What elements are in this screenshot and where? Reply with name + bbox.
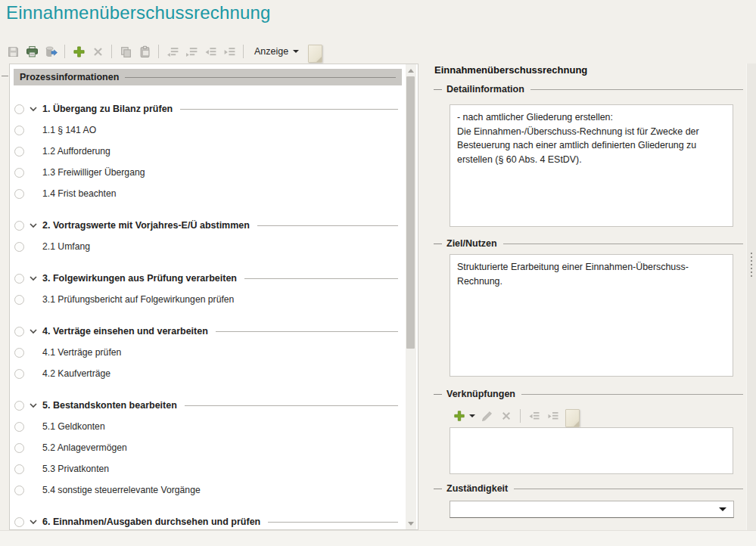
- tree-group-6[interactable]: 6. Einnahmen/Ausgaben durchsehen und prü…: [10, 511, 404, 529]
- radio-button[interactable]: [14, 327, 24, 337]
- page-title: Einnahmenüberschussrechnung: [6, 2, 271, 23]
- tree-group-4[interactable]: 4. Verträge einsehen und verarbeiten: [10, 321, 404, 342]
- tree-item-1-3[interactable]: 1.3 Freiwilliger Übergang: [10, 162, 404, 183]
- note-icon[interactable]: [565, 409, 580, 427]
- tree-group-label: 1. Übergang zu Bilanz prüfen: [42, 104, 173, 114]
- chevron-down-icon[interactable]: [29, 327, 38, 336]
- toolbar-separator: [520, 409, 521, 423]
- print-icon[interactable]: [23, 42, 40, 60]
- tree-item-label: 5.2 Anlagevermögen: [42, 442, 127, 453]
- tree-item-5-1[interactable]: 5.1 Geldkonten: [10, 416, 404, 437]
- scrollbar-thumb[interactable]: [406, 76, 415, 349]
- panel-splitter[interactable]: [746, 64, 756, 546]
- tree-item-4-2[interactable]: 4.2 Kaufverträge: [10, 363, 404, 384]
- chevron-down-icon[interactable]: [29, 401, 38, 410]
- radio-button[interactable]: [14, 422, 24, 432]
- add-icon[interactable]: [70, 42, 87, 60]
- group-rule-line: [244, 278, 398, 279]
- tree-group-1[interactable]: 1. Übergang zu Bilanz prüfen: [10, 98, 404, 119]
- radio-button[interactable]: [14, 221, 24, 231]
- radio-button[interactable]: [14, 295, 24, 305]
- zustaendigkeit-select[interactable]: [450, 501, 734, 518]
- chevron-down-icon[interactable]: [29, 104, 38, 113]
- copy-icon[interactable]: [117, 42, 134, 60]
- delete-icon[interactable]: [89, 42, 106, 60]
- toolbar-separator: [243, 45, 244, 58]
- tree-item-2-1[interactable]: 2.1 Umfang: [10, 236, 404, 257]
- zustaendigkeit-label: Zuständigkeit: [446, 483, 508, 494]
- radio-button[interactable]: [14, 401, 24, 411]
- toolbar-separator: [64, 45, 65, 58]
- ziel-nutzen-textbox[interactable]: Strukturierte Erarbeitung einer Einnahme…: [450, 254, 733, 377]
- paste-icon[interactable]: [136, 42, 153, 60]
- indent-right-icon[interactable]: [221, 42, 238, 60]
- tree-item-1-2[interactable]: 1.2 Aufforderung: [10, 141, 404, 162]
- tree-item-5-4[interactable]: 5.4 sonstige steuerrelevante Vorgänge: [10, 479, 404, 501]
- radio-button[interactable]: [14, 369, 24, 379]
- edit-icon[interactable]: [479, 407, 496, 425]
- radio-button[interactable]: [14, 104, 24, 114]
- group-rule-line: [257, 225, 398, 226]
- verknuepfungen-toolbar: [451, 405, 580, 427]
- radio-button[interactable]: [14, 147, 24, 157]
- radio-button[interactable]: [14, 443, 24, 453]
- anzeige-dropdown-button[interactable]: Anzeige: [249, 42, 304, 60]
- radio-button[interactable]: [14, 464, 24, 474]
- chevron-down-icon: [719, 507, 726, 511]
- main-toolbar: Anzeige: [5, 41, 322, 62]
- radio-button[interactable]: [14, 242, 24, 252]
- tree-item-label: 5.4 sonstige steuerrelevante Vorgänge: [42, 485, 201, 495]
- chevron-down-icon[interactable]: [29, 274, 38, 283]
- tree-item-5-2[interactable]: 5.2 Anlagevermögen: [10, 437, 404, 458]
- tree-item-label: 1.3 Freiwilliger Übergang: [42, 167, 145, 178]
- detailinformation-textbox[interactable]: - nach amtlicher Gliederung erstellen: D…: [450, 104, 733, 227]
- tree-item-label: 1.4 Frist beachten: [42, 188, 117, 199]
- tree-item-1-4[interactable]: 1.4 Frist beachten: [10, 183, 404, 204]
- radio-button[interactable]: [14, 168, 24, 178]
- tree-item-label: 5.1 Geldkonten: [42, 421, 105, 432]
- scroll-down-icon[interactable]: [406, 518, 416, 529]
- tree-group-5[interactable]: 5. Bestandskonten bearbeiten: [10, 395, 404, 416]
- detailinformation-label: Detailinformation: [446, 84, 524, 95]
- verknuepfungen-label: Verknüpfungen: [446, 389, 515, 399]
- radio-button[interactable]: [14, 274, 24, 284]
- tree-item-4-1[interactable]: 4.1 Verträge prüfen: [10, 342, 404, 363]
- indent-left-icon[interactable]: [202, 42, 219, 60]
- radio-button[interactable]: [14, 486, 24, 495]
- section-verknuepfungen: Verknüpfungen: [434, 388, 743, 400]
- tree-group-label: 6. Einnahmen/Ausgaben durchsehen und prü…: [42, 517, 260, 527]
- move-down-icon[interactable]: [164, 42, 181, 60]
- chevron-down-icon[interactable]: [469, 414, 475, 417]
- scroll-up-icon[interactable]: [406, 65, 416, 76]
- tree-item-label: 3.1 Prüfungsbericht auf Folgewirkungen p…: [42, 294, 234, 305]
- tree-group-3[interactable]: 3. Folgewirkungen aus Prüfung verarbeite…: [10, 268, 404, 289]
- tree-item-1-1[interactable]: 1.1 § 141 AO: [10, 119, 404, 141]
- splitter-grip-icon: [751, 253, 752, 277]
- link-left-icon[interactable]: [526, 407, 543, 425]
- delete-link-icon[interactable]: [498, 407, 515, 425]
- radio-button[interactable]: [14, 517, 24, 527]
- radio-button[interactable]: [14, 126, 24, 135]
- tree-item-5-3[interactable]: 5.3 Privatkonten: [10, 458, 404, 479]
- save-icon[interactable]: [5, 42, 21, 60]
- tree-group-2[interactable]: 2. Vortragswerte mit Vorjahres-E/Ü absti…: [10, 215, 404, 236]
- details-header: Einnahmenüberschussrechnung: [434, 64, 587, 76]
- tree-scrollbar[interactable]: [406, 64, 416, 529]
- move-up-icon[interactable]: [183, 42, 200, 60]
- group-rule-line: [216, 331, 398, 332]
- link-right-icon[interactable]: [545, 407, 562, 425]
- radio-button[interactable]: [14, 189, 24, 199]
- radio-button[interactable]: [14, 348, 24, 358]
- verknuepfungen-listbox[interactable]: [450, 427, 733, 474]
- tree-header-label: Prozessinformationen: [20, 72, 119, 82]
- add-link-icon[interactable]: [451, 407, 468, 425]
- group-rule-line: [185, 405, 398, 406]
- chevron-down-icon[interactable]: [29, 221, 38, 230]
- note-icon[interactable]: [308, 45, 322, 63]
- tree-group-label: 5. Bestandskonten bearbeiten: [42, 400, 177, 411]
- tree-header-line: [125, 77, 396, 78]
- export-icon[interactable]: [42, 42, 59, 60]
- tree-item-label: 5.3 Privatkonten: [42, 464, 109, 474]
- tree-item-3-1[interactable]: 3.1 Prüfungsbericht auf Folgewirkungen p…: [10, 289, 404, 310]
- chevron-down-icon[interactable]: [29, 517, 38, 526]
